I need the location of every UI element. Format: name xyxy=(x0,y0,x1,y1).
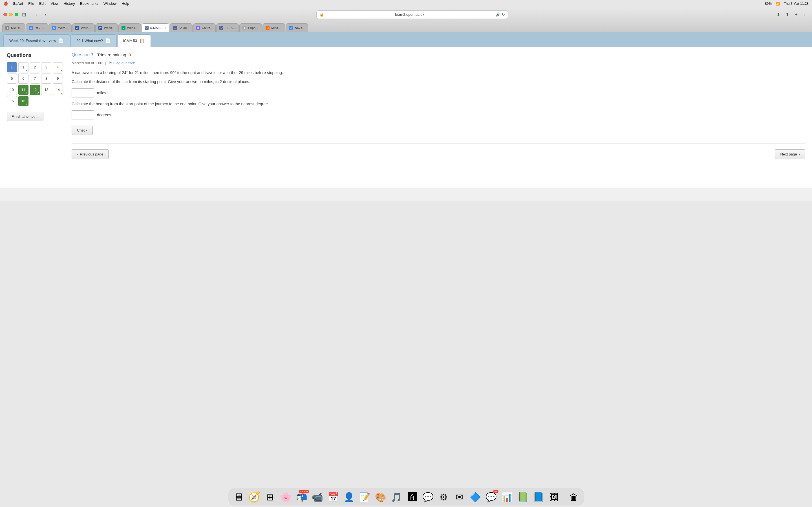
q-btn-5[interactable]: 5 xyxy=(7,73,17,83)
tab-icma[interactable]: 🛡 iCMA 5... × xyxy=(142,23,169,32)
app-name[interactable]: Safari xyxy=(13,1,23,6)
questions-title: Questions xyxy=(7,52,63,58)
answer-input-miles[interactable] xyxy=(71,89,94,98)
tab-mind[interactable]: M Mind... xyxy=(262,23,285,32)
previous-page-button[interactable]: ‹ Previous page xyxy=(71,149,109,159)
q-btn-15[interactable]: 15 xyxy=(7,96,17,106)
tab-how[interactable]: G how t... xyxy=(286,23,308,32)
tab-label-mic: Mic Ri... xyxy=(11,26,22,30)
tab-week2[interactable]: S Week... xyxy=(118,23,141,32)
page-navigation: Week 20: Essential overview 📄 20.1 What … xyxy=(0,32,812,47)
browser-content: Week 20: Essential overview 📄 20.1 What … xyxy=(0,32,812,201)
q-btn-3[interactable]: 3 xyxy=(41,62,51,72)
wifi-icon: 📶 xyxy=(776,2,780,6)
meta-separator: | xyxy=(105,61,106,65)
reload-icon[interactable]: ↻ xyxy=(502,12,505,17)
battery-status: 89% xyxy=(765,2,772,6)
apple-menu[interactable]: 🍎 xyxy=(3,1,8,6)
page-nav-icma53-label: iCMA 53 xyxy=(123,39,137,43)
menu-help[interactable]: Help xyxy=(121,1,129,6)
datetime: Thu 7 Mar 11:28 xyxy=(784,2,809,6)
finish-attempt-button[interactable]: Finish attempt ... xyxy=(7,112,43,121)
question-text-2: Calculate the distance of the car from i… xyxy=(71,78,805,85)
q-btn-9[interactable]: 9 xyxy=(53,73,63,83)
close-button[interactable] xyxy=(3,13,7,16)
tab-avg[interactable]: G avera... xyxy=(49,23,71,32)
q-btn-14[interactable]: 14 xyxy=(53,85,63,95)
question-text-3: Calculate the bearing from the start poi… xyxy=(71,101,805,107)
tab-favicon-week2: S xyxy=(121,26,125,30)
check-button[interactable]: Check xyxy=(71,126,93,135)
menu-bar: 🍎 Safari File Edit View History Bookmark… xyxy=(0,0,812,7)
tab-cours[interactable]: 🏛 Cours... xyxy=(193,23,216,32)
back-button[interactable]: ‹ xyxy=(33,11,40,18)
download-icon[interactable]: ⬇ xyxy=(775,11,781,18)
lock-icon: 🔒 xyxy=(319,12,324,17)
menu-bookmarks[interactable]: Bookmarks xyxy=(80,1,98,6)
question-header: Question 7 Tries remaining: 3 xyxy=(71,52,805,57)
q-btn-16[interactable]: 16 xyxy=(18,96,29,106)
next-page-label: Next page xyxy=(780,152,797,156)
tab-week1[interactable]: W Week... xyxy=(95,23,118,32)
tab-mic[interactable]: 🎙 Mic Ri... xyxy=(2,23,26,32)
menu-view[interactable]: View xyxy=(51,1,59,6)
page-nav-week20[interactable]: Week 20: Essential overview 📄 xyxy=(3,34,70,47)
tab-favicon-t192: 🛡 xyxy=(219,26,223,30)
tab-label-5ft: 5ft 7 i... xyxy=(35,26,45,30)
page-nav-whatnow-label: 20.1 What now? xyxy=(77,39,103,43)
forward-button[interactable]: › xyxy=(42,11,49,18)
q-btn-4[interactable]: 4 xyxy=(53,62,63,72)
tab-label-t192: T192-... xyxy=(225,26,236,30)
answer-unit-degrees: degrees xyxy=(97,113,111,117)
menu-edit[interactable]: Edit xyxy=(39,1,45,6)
tab-favicon-icma: 🛡 xyxy=(145,26,149,30)
tab-favicon-mic: 🎙 xyxy=(5,26,9,30)
new-tab-icon[interactable]: ＋ xyxy=(793,11,800,18)
tab-favicon-word: W xyxy=(75,26,79,30)
tab-bar: 🎙 Mic Ri... G 5ft 7 i... G avera... W Wo… xyxy=(0,22,812,32)
question-title: Question 7 Tries remaining: 3 xyxy=(71,52,805,57)
tab-label-icma: iCMA 5... xyxy=(150,26,163,30)
q-btn-10[interactable]: 10 xyxy=(7,85,17,95)
q-btn-2[interactable]: 2 xyxy=(30,62,40,72)
sidebar-toggle[interactable]: ⊡ xyxy=(20,11,28,18)
q-btn-7[interactable]: 7 xyxy=(30,73,40,83)
question-grid: ℹ 1 2 3 4 5 6 7 8 xyxy=(7,62,63,106)
share-icon[interactable]: ⬆ xyxy=(784,11,791,18)
tab-favicon-week1: W xyxy=(98,26,102,30)
titlebar: ⊡ ‹ › 🔒 learn2.open.ac.uk 🔊 ↻ ⬇ ⬆ ＋ ⊏ xyxy=(0,7,812,22)
q-btn-13[interactable]: 13 xyxy=(41,85,51,95)
next-page-button[interactable]: Next page › xyxy=(775,149,805,159)
main-container: Questions ℹ 1 2 3 4 5 xyxy=(0,47,812,187)
question-content: Question 7 Tries remaining: 3 Marked out… xyxy=(71,52,805,165)
tab-t192[interactable]: 🛡 T192-... xyxy=(216,23,239,32)
q-btn-11[interactable]: 11 xyxy=(18,85,29,95)
tab-label-how: how t... xyxy=(294,26,304,30)
maximize-button[interactable] xyxy=(15,13,18,16)
answer-input-degrees[interactable] xyxy=(71,110,94,119)
page-nav-week20-icon: 📄 xyxy=(58,38,64,43)
q-btn-1[interactable]: 1 xyxy=(18,62,29,72)
menu-file[interactable]: File xyxy=(28,1,34,6)
minimize-button[interactable] xyxy=(9,13,13,16)
tab-label-word: Word... xyxy=(81,26,91,30)
q-btn-8[interactable]: 8 xyxy=(41,73,51,83)
flag-label: Flag question xyxy=(113,61,135,65)
tab-close-icma[interactable]: × xyxy=(164,26,166,30)
sidebar-right-icon[interactable]: ⊏ xyxy=(802,11,809,18)
page-nav-whatnow[interactable]: 20.1 What now? 📄 xyxy=(70,34,117,47)
tab-word[interactable]: W Word... xyxy=(72,23,95,32)
q-btn-info[interactable]: ℹ xyxy=(7,62,17,72)
q-btn-6[interactable]: 6 xyxy=(18,73,29,83)
flag-question-link[interactable]: ⚑ Flag question xyxy=(109,61,135,65)
tab-stude[interactable]: 🛡 Stude... xyxy=(170,23,193,32)
answer-unit-miles: miles xyxy=(97,91,106,95)
address-bar[interactable]: 🔒 learn2.open.ac.uk 🔊 ↻ xyxy=(316,10,508,19)
tab-label-week2: Week... xyxy=(127,26,138,30)
q-btn-12[interactable]: 12 xyxy=(30,85,40,95)
page-nav-icma53[interactable]: iCMA 53 📋 xyxy=(117,34,151,47)
menu-history[interactable]: History xyxy=(63,1,75,6)
tab-5ft[interactable]: G 5ft 7 i... xyxy=(26,23,49,32)
tab-supp[interactable]: ℹ Supp... xyxy=(239,23,262,32)
menu-window[interactable]: Window xyxy=(103,1,116,6)
